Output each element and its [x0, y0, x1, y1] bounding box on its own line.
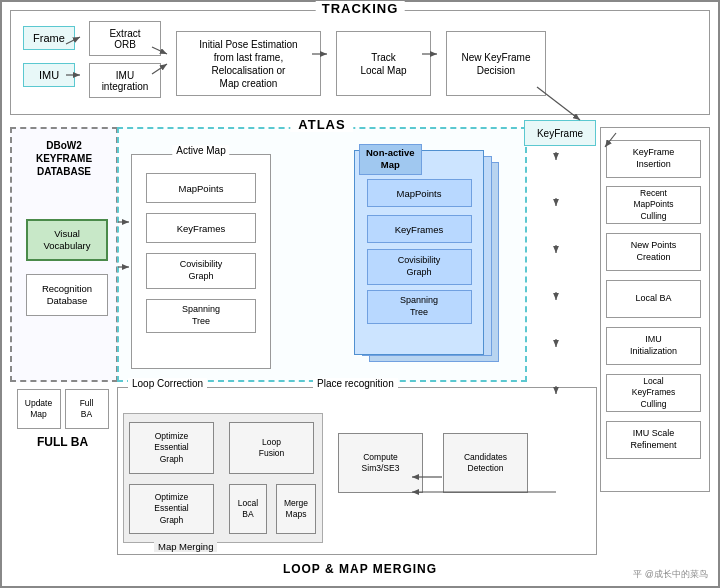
active-map-item-keyframes: KeyFrames [146, 213, 256, 243]
active-map-title: Active Map [172, 145, 229, 156]
active-map-item-covisibility: CovisibilityGraph [146, 253, 256, 289]
lm-recent-mappoints: RecentMapPointsCulling [606, 186, 701, 224]
non-active-map-title: Non-activeMap [359, 144, 422, 175]
keyframe-box: KeyFrame [524, 120, 596, 146]
visual-vocab-box: Visual Vocabulary [26, 219, 108, 261]
compute-sim3: ComputeSim3/SE3 [338, 433, 423, 493]
lm-imu-init: IMUInitialization [606, 327, 701, 365]
local-mapping-section: LOCAL MAPPING KeyFrameInsertion RecentMa… [600, 127, 710, 492]
dbow2-title: DBoW2 KEYFRAME DATABASE [19, 139, 109, 178]
local-ba-loop: LocalBA [229, 484, 267, 534]
candidates-detection: CandidatesDetection [443, 433, 528, 493]
recognition-db-box: Recognition Database [26, 274, 108, 316]
map-merging-inner: Map Merging OptimizeEssentialGraph LoopF… [123, 413, 323, 543]
imu-box: IMU [23, 63, 75, 87]
active-map-item-mappoints: MapPoints [146, 173, 256, 203]
imu-integration-box: IMU integration [89, 63, 161, 98]
tracking-title: TRACKING [316, 1, 405, 16]
lm-local-ba: Local BA [606, 280, 701, 318]
merge-maps: MergeMaps [276, 484, 316, 534]
lm-local-kf-culling: LocalKeyFramesCulling [606, 374, 701, 412]
extract-orb-box: Extract ORB [89, 21, 161, 56]
watermark: 平 @成长中的菜鸟 [633, 568, 708, 581]
full-ba-section: Update Map Full BA FULL BA [10, 387, 115, 517]
non-active-covisibility: CovisibilityGraph [367, 249, 472, 285]
lm-keyframe-insertion: KeyFrameInsertion [606, 140, 701, 178]
opt-essential-1: OptimizeEssentialGraph [129, 422, 214, 474]
lm-new-points: New PointsCreation [606, 233, 701, 271]
opt-essential-2: OptimizeEssentialGraph [129, 484, 214, 534]
main-container: TRACKING Frame IMU Extract ORB IMU integ… [0, 0, 720, 588]
loop-fusion: LoopFusion [229, 422, 314, 474]
full-ba-label: FULL BA [10, 435, 115, 449]
loop-correction-label: Loop Correction [128, 378, 207, 389]
lm-imu-scale: IMU ScaleRefinement [606, 421, 701, 459]
atlas-title: ATLAS [290, 117, 353, 132]
dbow2-section: DBoW2 KEYFRAME DATABASE Visual Vocabular… [10, 127, 118, 382]
initial-pose-box: Initial Pose Estimation from last frame,… [176, 31, 321, 96]
non-active-mappoints: MapPoints [367, 179, 472, 207]
update-map-box: Update Map [17, 389, 61, 429]
track-local-map-box: Track Local Map [336, 31, 431, 96]
full-ba-box: Full BA [65, 389, 109, 429]
loop-correction-outer: Loop Correction Place recognition Map Me… [117, 387, 597, 555]
place-recognition-label: Place recognition [313, 378, 398, 389]
tracking-section: TRACKING Frame IMU Extract ORB IMU integ… [10, 10, 710, 115]
active-map-item-spanning: SpanningTree [146, 299, 256, 333]
frame-box: Frame [23, 26, 75, 50]
non-active-map-section: MapPoints KeyFrames CovisibilityGraph Sp… [284, 144, 504, 374]
map-merging-label: Map Merging [154, 541, 217, 552]
loop-map-merging-title: LOOP & MAP MERGING [283, 562, 437, 576]
non-active-spanning: SpanningTree [367, 290, 472, 324]
atlas-section: ATLAS Active Map MapPoints KeyFrames Cov… [117, 127, 527, 382]
active-map-section: Active Map MapPoints KeyFrames Covisibil… [131, 154, 271, 369]
non-active-keyframes: KeyFrames [367, 215, 472, 243]
new-keyframe-decision-box: New KeyFrame Decision [446, 31, 546, 96]
